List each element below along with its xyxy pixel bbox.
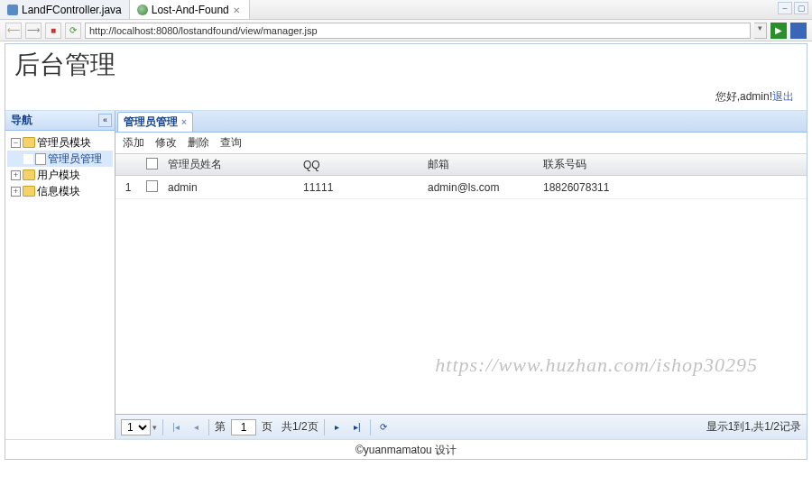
page-size-select[interactable]: 1 [121,419,151,435]
last-page-button[interactable]: ▸| [350,420,364,435]
select-all-checkbox[interactable] [146,158,158,170]
refresh-button[interactable]: ⟳ [376,420,391,435]
tree-label: 用户模块 [37,168,80,183]
logout-link[interactable]: 退出 [772,90,794,103]
editor-tab-label: Lost-And-Found [152,4,229,16]
folder-icon [23,170,35,180]
page-frame: 后台管理 您好,admin!退出 导航 « − 管理员模块 [5,43,807,460]
close-icon[interactable]: ✕ [233,5,242,14]
edit-button[interactable]: 修改 [155,135,177,151]
next-page-button[interactable]: ▸ [330,420,345,435]
file-icon [35,153,46,165]
window-controls: – ▢ [778,2,808,14]
back-button[interactable]: ⟵ [5,23,22,39]
cell-rownum: 1 [115,181,141,194]
greeting-bar: 您好,admin!退出 [5,86,807,110]
folder-open-icon [23,137,35,148]
separator [324,419,325,435]
action-bar: 添加 修改 删除 查询 [115,133,807,154]
table-row[interactable]: 1 admin 11111 admin@ls.com 18826078311 [115,176,807,199]
separator [162,419,163,435]
col-checkbox [141,158,162,172]
prev-page-button[interactable]: ◂ [189,420,203,435]
extension-button[interactable] [790,23,807,39]
globe-icon [137,5,148,15]
editor-tab-java[interactable]: LandFController.java [0,0,130,19]
collapse-panel-button[interactable]: « [98,114,112,127]
editor-tab-strip: LandFController.java Lost-And-Found ✕ – … [0,0,812,20]
reload-button[interactable]: ⟳ [65,23,81,39]
tree-node-info-module[interactable]: + 信息模块 [7,183,113,199]
search-button[interactable]: 查询 [220,135,242,151]
grid-header: 管理员姓名 QQ 邮箱 联系号码 [115,154,807,176]
tree-label: 管理员模块 [37,135,91,151]
cell-checkbox [141,180,162,195]
main-panel: 管理员管理 × 添加 修改 删除 查询 管理员姓名 QQ [115,111,807,439]
footer-copyright: ©yuanmamatou 设计 [5,439,807,459]
page-prefix: 第 [215,419,226,435]
tree-node-user-module[interactable]: + 用户模块 [7,167,113,183]
tree-spacer [23,154,33,164]
page-suffix: 页 [262,419,272,435]
add-button[interactable]: 添加 [123,135,144,151]
tree-collapse-icon[interactable]: − [11,138,21,148]
forward-button[interactable]: ⟶ [25,23,42,39]
stop-button[interactable]: ■ [45,23,61,39]
close-icon[interactable]: × [181,117,187,127]
data-grid: 管理员姓名 QQ 邮箱 联系号码 1 admin 11111 admin@ls.… [115,154,807,439]
tree-label: 管理员管理 [48,151,102,167]
greeting-user: admin [740,90,770,103]
tree-expand-icon[interactable]: + [11,170,21,180]
cell-qq: 11111 [298,181,422,194]
separator [370,419,371,435]
row-checkbox[interactable] [146,180,158,192]
nav-panel-header: 导航 « [5,111,115,131]
separator [208,419,209,435]
grid-body: 1 admin 11111 admin@ls.com 18826078311 [115,176,807,414]
maximize-button[interactable]: ▢ [794,2,808,14]
nav-panel-title: 导航 [11,113,32,128]
tree-label: 信息模块 [37,184,80,199]
col-header-qq[interactable]: QQ [298,159,422,171]
greeting-prefix: 您好, [715,90,740,103]
go-button[interactable]: ▶ [770,23,787,39]
col-header-phone[interactable]: 联系号码 [538,157,807,172]
cell-email: admin@ls.com [422,181,538,194]
cell-name: admin [162,181,298,194]
minimize-button[interactable]: – [778,2,792,14]
editor-tab-web[interactable]: Lost-And-Found ✕ [130,0,250,19]
delete-button[interactable]: 删除 [188,135,209,151]
editor-tab-label: LandFController.java [22,4,122,16]
col-header-name[interactable]: 管理员姓名 [162,157,298,172]
url-input[interactable] [85,23,751,39]
url-dropdown[interactable]: ▾ [754,23,767,39]
chevron-down-icon: ▾ [152,423,157,432]
java-file-icon [7,5,18,15]
nav-panel: 导航 « − 管理员模块 管理员管理 + [5,111,115,439]
first-page-button[interactable]: |◂ [169,420,183,435]
page-number-input[interactable] [231,419,256,435]
page-title: 后台管理 [14,48,798,82]
main-tab-admin-manage[interactable]: 管理员管理 × [117,112,193,132]
main-tab-label: 管理员管理 [124,115,178,130]
pager-info: 显示1到1,共1/2记录 [706,419,801,435]
tree-node-admin-module[interactable]: − 管理员模块 [7,134,113,151]
pager: 1 ▾ |◂ ◂ 第 页 共1/2页 ▸ ▸| [115,414,807,439]
cell-phone: 18826078311 [538,181,807,194]
tree-expand-icon[interactable]: + [11,187,21,197]
total-pages: 共1/2页 [281,419,318,435]
main-tab-strip: 管理员管理 × [115,111,807,133]
browser-toolbar: ⟵ ⟶ ■ ⟳ ▾ ▶ [0,20,812,41]
tree-node-admin-manage[interactable]: 管理员管理 [7,151,113,167]
folder-icon [23,186,35,197]
col-header-email[interactable]: 邮箱 [422,157,538,172]
nav-tree: − 管理员模块 管理员管理 + 用户模块 + [5,131,115,203]
